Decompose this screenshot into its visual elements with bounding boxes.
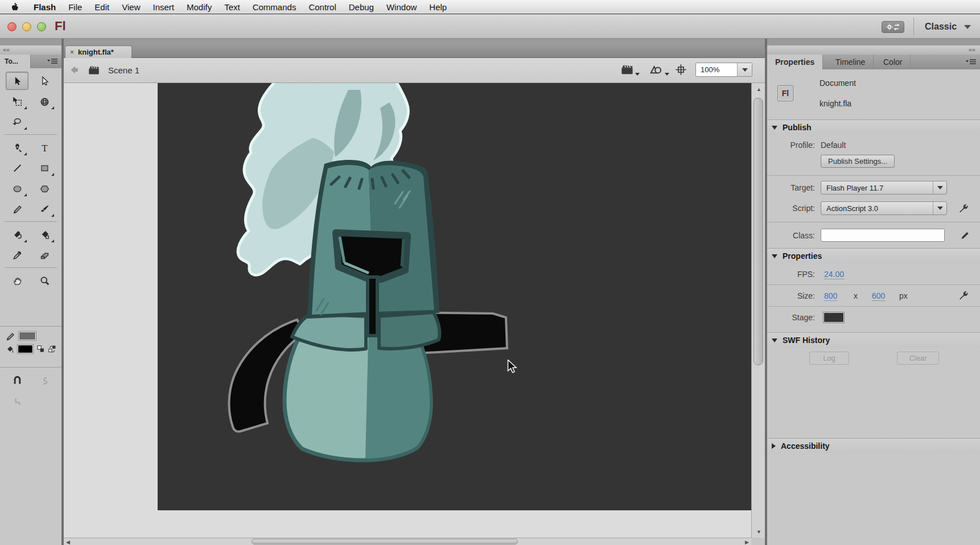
accessibility-expand-icon[interactable] [772,443,776,449]
publish-section-header[interactable]: Publish [767,119,980,135]
free-transform-tool[interactable] [6,92,28,110]
text-tool[interactable]: T [33,138,56,156]
tab-properties[interactable]: Properties [767,55,823,69]
swf-log-button[interactable]: Log [809,352,849,365]
accessibility-section-header[interactable]: Accessibility [767,438,980,453]
publish-collapse-icon[interactable] [772,126,777,130]
scene-breadcrumb[interactable]: Scene 1 [108,65,139,75]
document-tab[interactable]: × knight.fla* [65,46,132,58]
tab-color[interactable]: Color [875,55,911,69]
class-input[interactable] [821,229,945,242]
scroll-up-icon[interactable]: ▲ [756,86,761,92]
tools-collapse-button[interactable]: «« [0,46,61,55]
edit-symbols-caret-icon[interactable] [665,73,669,76]
size-settings-wrench-icon[interactable] [958,290,969,300]
properties-collapse-icon[interactable] [772,254,777,258]
oval-tool[interactable] [6,179,28,197]
eraser-tool[interactable] [33,246,56,264]
rotate-3d-tool[interactable] [33,92,56,110]
swf-history-section-header[interactable]: SWF History [767,332,980,348]
swf-clear-button[interactable]: Clear [897,352,939,365]
script-settings-wrench-icon[interactable] [958,203,969,213]
panel-collapse-button[interactable]: »» [767,46,980,55]
subselection-icon [40,76,50,86]
eraser-icon [40,250,50,260]
svg-text:T: T [42,143,48,152]
workspace-switcher-icon[interactable] [882,21,904,33]
eyedropper-tool[interactable] [6,246,28,264]
edit-scene-icon[interactable] [620,63,634,76]
stroke-color-swatch[interactable] [18,331,36,341]
vertical-scrollbar[interactable]: ▲ ▼ [751,83,765,538]
vertical-scrollbar-thumb[interactable] [753,98,763,365]
menu-help[interactable]: Help [423,0,453,14]
pen-tool[interactable] [6,138,28,156]
menu-insert[interactable]: Insert [146,0,180,14]
edit-symbols-icon[interactable] [649,63,662,76]
close-window-button[interactable] [7,22,17,31]
tab-close-icon[interactable]: × [70,48,74,56]
subselection-tool[interactable] [33,72,56,90]
publish-settings-button[interactable]: Publish Settings... [821,155,895,168]
target-dropdown[interactable]: Flash Player 11.7 [821,181,947,195]
line-tool[interactable] [6,159,28,177]
rectangle-tool[interactable] [33,159,56,177]
brush-tool[interactable] [33,200,56,218]
hand-tool[interactable] [6,271,28,290]
menu-window[interactable]: Window [380,0,423,14]
zoom-level-caret-icon[interactable] [737,63,752,76]
fill-color-swatch[interactable] [17,344,34,354]
menu-control[interactable]: Control [302,0,342,14]
workspace-caret-icon[interactable] [964,25,971,29]
scroll-right-icon[interactable]: ▶ [745,539,749,545]
class-edit-pencil-icon[interactable] [961,230,970,240]
swf-history-collapse-icon[interactable] [772,338,777,342]
scroll-down-icon[interactable]: ▼ [756,529,761,535]
stage-height-value[interactable]: 600 [872,291,885,301]
polystar-tool[interactable] [33,179,56,197]
menu-edit[interactable]: Edit [88,0,116,14]
stage-color-swatch[interactable] [823,312,845,323]
target-caret-icon[interactable] [933,181,946,194]
stage-width-value[interactable]: 800 [824,291,837,301]
selection-tool[interactable] [6,72,28,90]
menu-modify[interactable]: Modify [180,0,218,14]
back-arrow-icon[interactable] [68,65,80,75]
canvas-viewport[interactable] [64,83,751,538]
knight-artwork[interactable] [158,83,751,510]
menu-view[interactable]: View [116,0,146,14]
menu-commands[interactable]: Commands [246,0,303,14]
horizontal-scrollbar-thumb[interactable] [252,539,518,544]
black-white-colors-icon[interactable] [37,345,44,353]
horizontal-scrollbar[interactable]: ◀ ▶ [64,538,751,545]
lasso-tool[interactable] [6,113,28,131]
properties-panel-menu-icon[interactable] [965,59,977,65]
minimize-window-button[interactable] [22,22,31,31]
script-caret-icon[interactable] [933,202,946,214]
apple-menu-icon[interactable] [0,2,27,11]
stage[interactable] [158,83,751,510]
document-filename[interactable]: knight.fla [820,99,851,108]
zoom-tool[interactable] [33,271,56,290]
workspace-selector[interactable]: Classic [925,22,957,32]
tools-panel-menu-icon[interactable] [47,58,58,65]
tools-panel-tab[interactable]: To... [0,55,31,68]
properties-section-header[interactable]: Properties [767,248,980,263]
pencil-tool[interactable] [6,200,28,218]
paint-bucket-tool[interactable] [33,225,56,243]
menu-debug[interactable]: Debug [343,0,380,14]
ink-bottle-tool[interactable] [6,225,28,243]
zoom-level-select[interactable]: 100% [695,63,752,77]
menu-file[interactable]: File [62,0,88,14]
tab-timeline[interactable]: Timeline [827,55,874,69]
fps-value[interactable]: 24.00 [824,270,844,279]
edit-scene-caret-icon[interactable] [635,73,640,76]
snap-to-objects-toggle[interactable] [6,371,28,390]
clip-center-frame-icon[interactable] [675,64,687,76]
zoom-window-button[interactable] [37,22,46,31]
scroll-left-icon[interactable]: ◀ [66,539,70,545]
script-dropdown[interactable]: ActionScript 3.0 [821,201,947,215]
swap-colors-icon[interactable] [48,345,56,353]
menu-text[interactable]: Text [218,0,246,14]
menu-flash[interactable]: Flash [27,0,62,14]
